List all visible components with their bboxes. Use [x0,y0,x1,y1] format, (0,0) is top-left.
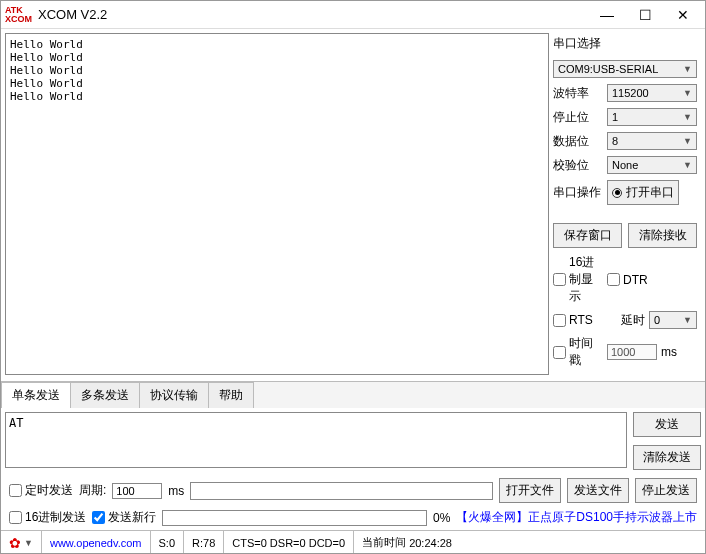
close-button[interactable]: ✕ [673,7,693,23]
url-link[interactable]: www.openedv.com [42,531,151,554]
hex-send-checkbox[interactable]: 16进制发送 [9,509,86,526]
open-file-button[interactable]: 打开文件 [499,478,561,503]
stop-label: 停止位 [553,109,603,126]
port-select[interactable]: COM9:USB-SERIAL▼ [553,60,697,78]
timestamp-input[interactable] [607,344,657,360]
minimize-button[interactable]: ― [597,7,617,23]
status-r: R:78 [184,531,224,554]
progress-bar [162,510,427,526]
period-input[interactable] [112,483,162,499]
open-port-button[interactable]: 打开串口 [607,180,679,205]
period-label: 周期: [79,482,106,499]
send-button[interactable]: 发送 [633,412,701,437]
status-dot-icon [612,188,622,198]
time-label: 当前时间 [362,535,406,550]
period-unit: ms [168,484,184,498]
clear-send-button[interactable]: 清除发送 [633,445,701,470]
tab-single-send[interactable]: 单条发送 [1,382,71,408]
save-window-button[interactable]: 保存窗口 [553,223,622,248]
clear-receive-button[interactable]: 清除接收 [628,223,697,248]
stop-select[interactable]: 1▼ [607,108,697,126]
maximize-button[interactable]: ☐ [635,7,655,23]
hex-display-checkbox[interactable]: 16进制显示 [553,254,603,305]
baud-label: 波特率 [553,85,603,102]
tab-multi-send[interactable]: 多条发送 [70,382,140,408]
app-logo: ATKXCOM [5,6,32,24]
baud-select[interactable]: 115200▼ [607,84,697,102]
tab-protocol[interactable]: 协议传输 [139,382,209,408]
delay-select[interactable]: 0▼ [649,311,697,329]
send-file-button[interactable]: 发送文件 [567,478,629,503]
timed-send-checkbox[interactable]: 定时发送 [9,482,73,499]
delay-label: 延时 [607,312,645,329]
op-label: 串口操作 [553,184,603,201]
data-select[interactable]: 8▼ [607,132,697,150]
file-path-input[interactable] [190,482,493,500]
parity-label: 校验位 [553,157,603,174]
ts-unit: ms [661,345,677,359]
timestamp-checkbox[interactable]: 时间戳 [553,335,603,369]
chevron-down-icon: ▼ [683,64,692,74]
dtr-checkbox[interactable]: DTR [607,273,657,287]
status-s: S:0 [151,531,185,554]
rts-checkbox[interactable]: RTS [553,313,603,327]
progress-text: 0% [433,511,450,525]
receive-textarea[interactable]: Hello World Hello World Hello World Hell… [5,33,549,375]
time-value: 20:24:28 [409,537,452,549]
stop-send-button[interactable]: 停止发送 [635,478,697,503]
gear-icon[interactable]: ✿ [9,535,21,551]
data-label: 数据位 [553,133,603,150]
status-cts: CTS=0 DSR=0 DCD=0 [224,531,354,554]
promo-link[interactable]: 【火爆全网】正点原子DS100手持示波器上市 [456,509,697,526]
port-section-label: 串口选择 [553,35,697,52]
window-title: XCOM V2.2 [38,7,597,22]
tab-help[interactable]: 帮助 [208,382,254,408]
parity-select[interactable]: None▼ [607,156,697,174]
send-newline-checkbox[interactable]: 发送新行 [92,509,156,526]
send-textarea[interactable]: AT [5,412,627,468]
